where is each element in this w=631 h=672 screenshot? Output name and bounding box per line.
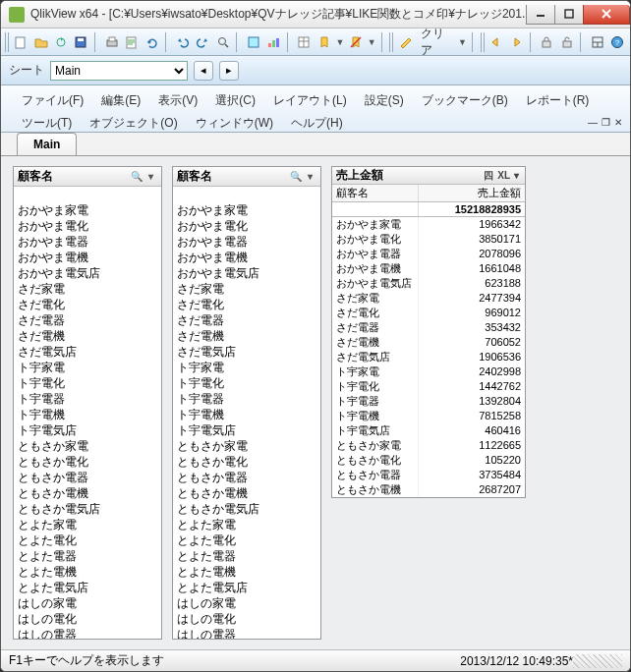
table-row[interactable]: ト宇電気店460416 xyxy=(332,423,525,438)
menu-window[interactable]: ウィンドウ(W) xyxy=(187,112,282,135)
menu-report[interactable]: レポート(R) xyxy=(517,89,599,112)
reload-button[interactable] xyxy=(143,32,160,52)
bookmark-remove-button[interactable] xyxy=(347,32,364,52)
list-item[interactable]: ト宇電化 xyxy=(173,375,320,391)
table-row[interactable]: ともさか電機2687207 xyxy=(332,482,525,497)
table-row[interactable]: さだ電機706052 xyxy=(332,335,525,350)
dropdown-icon[interactable]: ▼ xyxy=(368,37,376,47)
listbox-body[interactable]: おかやま家電おかやま電化おかやま電器おかやま電機おかやま電気店さだ家電さだ電化さ… xyxy=(173,187,320,639)
detach-icon[interactable]: 四 xyxy=(482,169,495,183)
list-item[interactable]: はしの電器 xyxy=(173,627,320,639)
dropdown-icon[interactable]: ▼ xyxy=(458,37,467,47)
list-item[interactable]: ト宇電化 xyxy=(14,375,161,391)
list-item[interactable]: さだ家電 xyxy=(14,281,161,297)
table-row[interactable]: さだ電化969012 xyxy=(332,306,525,320)
menu-icon[interactable]: ▾ xyxy=(512,170,521,181)
list-item[interactable]: ト宇電機 xyxy=(14,407,161,422)
list-item[interactable]: ともさか電機 xyxy=(173,485,320,501)
list-item[interactable]: ともさか家電 xyxy=(173,438,320,454)
table-row[interactable]: おかやま家電1966342 xyxy=(332,217,525,232)
list-item[interactable]: ともさか電気店 xyxy=(173,501,320,517)
toolbar-grip-icon[interactable] xyxy=(5,32,9,52)
help-button[interactable]: ? xyxy=(608,32,625,52)
list-item[interactable]: はしの電化 xyxy=(14,611,161,627)
menu-help[interactable]: ヘルプ(H) xyxy=(282,112,352,135)
menu-select[interactable]: 選択(C) xyxy=(206,89,264,112)
mdi-minimize-button[interactable]: — xyxy=(588,117,598,128)
list-item[interactable]: はしの電器 xyxy=(14,627,161,639)
list-item[interactable]: さだ電機 xyxy=(173,328,320,344)
dropdown-icon[interactable]: ▼ xyxy=(335,37,344,47)
list-item[interactable]: ト宇家電 xyxy=(14,360,161,375)
clear-button[interactable]: クリア xyxy=(417,26,455,59)
resize-grip-icon[interactable] xyxy=(573,654,622,668)
list-item[interactable]: ともさか電気店 xyxy=(14,501,161,517)
menu-edit[interactable]: 編集(E) xyxy=(92,89,149,112)
menu-bookmark[interactable]: ブックマーク(B) xyxy=(413,89,517,112)
list-item[interactable]: おかやま電器 xyxy=(173,234,320,250)
list-item[interactable]: はしの電化 xyxy=(173,611,320,627)
list-item[interactable]: とよた電機 xyxy=(173,564,320,580)
menu-icon[interactable]: ▾ xyxy=(143,171,157,182)
table-row[interactable]: さだ電器353432 xyxy=(332,320,525,335)
close-button[interactable] xyxy=(583,5,630,25)
list-item[interactable]: とよた電化 xyxy=(173,532,320,548)
minimize-button[interactable] xyxy=(526,5,555,25)
redo-button[interactable] xyxy=(194,32,210,52)
list-item[interactable]: おかやま電機 xyxy=(14,250,161,265)
list-item[interactable]: ともさか電化 xyxy=(14,454,161,470)
list-item[interactable]: おかやま電気店 xyxy=(14,265,161,281)
table-row[interactable]: ともさか家電1122665 xyxy=(332,438,525,453)
list-item[interactable]: おかやま家電 xyxy=(173,202,320,218)
table-row[interactable]: ト宇家電2402998 xyxy=(332,364,525,379)
list-item[interactable]: ともさか電化 xyxy=(173,454,320,470)
list-item[interactable]: おかやま電化 xyxy=(173,218,320,234)
menu-tool[interactable]: ツール(T) xyxy=(13,112,81,135)
list-item[interactable]: ともさか電器 xyxy=(173,470,320,485)
search-icon[interactable]: 🔍 xyxy=(130,171,143,182)
toolbar-grip-icon[interactable] xyxy=(389,32,393,52)
list-item[interactable]: ト宇電気店 xyxy=(173,422,320,438)
list-item[interactable]: さだ電器 xyxy=(173,312,320,328)
list-item[interactable]: とよた家電 xyxy=(173,517,320,532)
listbox-body[interactable]: おかやま家電おかやま電化おかやま電器おかやま電機おかやま電気店さだ家電さだ電化さ… xyxy=(14,187,161,639)
table-row[interactable]: おかやま電気店623188 xyxy=(332,276,525,291)
list-item[interactable]: おかやま電器 xyxy=(14,234,161,250)
lock-button[interactable] xyxy=(538,32,554,52)
edit-script-button[interactable] xyxy=(123,32,140,52)
list-item[interactable]: さだ電化 xyxy=(173,297,320,312)
list-item[interactable]: さだ家電 xyxy=(173,281,320,297)
layout-button[interactable] xyxy=(589,32,605,52)
forward-button[interactable] xyxy=(507,32,524,52)
list-item[interactable]: ト宇電器 xyxy=(14,391,161,407)
list-item[interactable]: とよた電器 xyxy=(173,548,320,564)
search-button[interactable] xyxy=(214,32,231,52)
list-item[interactable]: とよた電器 xyxy=(14,548,161,564)
table-row[interactable]: ともさか電化105220 xyxy=(332,453,525,468)
list-item[interactable]: さだ電気店 xyxy=(173,344,320,360)
list-item[interactable]: はしの家電 xyxy=(14,595,161,611)
list-item[interactable]: ともさか電器 xyxy=(14,470,161,485)
list-item[interactable]: さだ電機 xyxy=(14,328,161,344)
list-item[interactable]: さだ電化 xyxy=(14,297,161,312)
menu-view[interactable]: 表示(V) xyxy=(149,89,206,112)
list-item[interactable]: おかやま電気店 xyxy=(173,265,320,281)
save-button[interactable] xyxy=(73,32,89,52)
list-item[interactable]: おかやま家電 xyxy=(14,202,161,218)
listbox-header[interactable]: 顧客名 🔍 ▾ xyxy=(173,167,320,187)
table-sales[interactable]: 売上金額 四 XL ▾ 顧客名 売上金額 15218828935 おかやま家電1… xyxy=(331,166,526,498)
table-row[interactable]: ト宇電化1442762 xyxy=(332,379,525,394)
sheet-select[interactable]: Main xyxy=(50,61,188,81)
refresh-button[interactable] xyxy=(52,32,69,52)
open-button[interactable] xyxy=(32,32,49,52)
list-item[interactable]: とよた家電 xyxy=(14,517,161,532)
list-item[interactable]: ともさか家電 xyxy=(14,438,161,454)
table-header[interactable]: 売上金額 四 XL ▾ xyxy=(332,167,525,185)
list-item[interactable]: ト宇電器 xyxy=(173,391,320,407)
table-button[interactable] xyxy=(295,32,312,52)
search-icon[interactable]: 🔍 xyxy=(289,171,303,182)
table-row[interactable]: おかやま電化3850171 xyxy=(332,232,525,247)
sheet-next-button[interactable]: ▸ xyxy=(219,61,239,81)
selections-button[interactable] xyxy=(245,32,261,52)
menu-layout[interactable]: レイアウト(L) xyxy=(264,89,356,112)
